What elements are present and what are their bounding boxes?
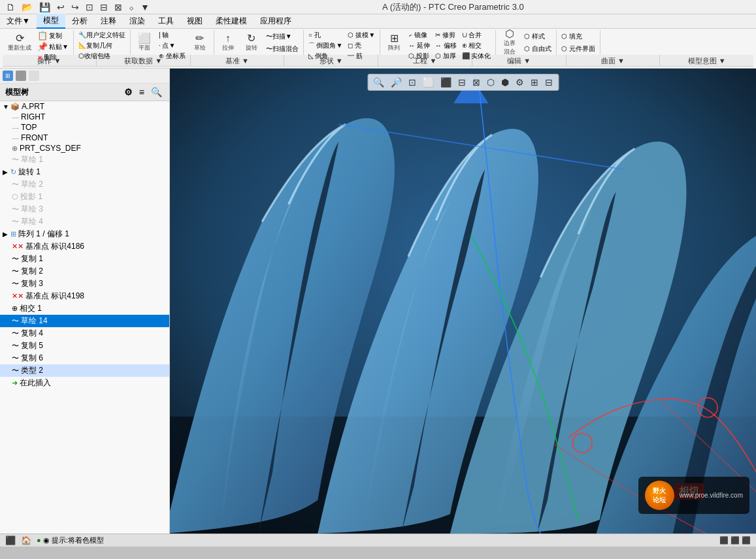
vp-extra1[interactable]: ⊞ <box>528 76 541 89</box>
btn-trim[interactable]: ✂ 修剪 <box>433 30 459 40</box>
btn-solidify[interactable]: ⬛ 实体化 <box>460 51 493 61</box>
btn-shrink[interactable]: ⬡收缩包络 <box>76 51 127 61</box>
vp-zoom-fit[interactable]: ⊡ <box>406 76 419 89</box>
btn-copy-geom[interactable]: 📐复制几何 <box>76 40 127 51</box>
tree-item-sketch4[interactable]: 〜 草绘 4 <box>0 216 169 228</box>
label-model-intent[interactable]: 模型意图 ▼ <box>660 55 753 66</box>
btn-fill[interactable]: ⬡ 填充 <box>559 31 597 42</box>
btn-sketch[interactable]: ✏草绘 <box>189 31 211 54</box>
btn-sweep[interactable]: 〜扫描▼ <box>264 31 301 42</box>
btn-delete[interactable]: ✕删除 <box>35 52 71 63</box>
btn-extrude[interactable]: ↑拉伸 <box>217 31 239 54</box>
btn-freestyle[interactable]: ⬡ 自由式 <box>522 44 553 54</box>
btn-sweep-blend[interactable]: 〜扫描混合 <box>264 44 301 54</box>
btn-offset[interactable]: ↔ 偏移 <box>433 40 459 51</box>
menu-view[interactable]: 视图 <box>180 14 209 28</box>
btn-regenerate[interactable]: ⟳重新生成 <box>5 31 34 54</box>
btn-project-edit[interactable]: ⬡ 投影 <box>406 51 432 61</box>
tree-item-top[interactable]: — TOP <box>0 122 169 133</box>
btn-style[interactable]: ⬡ 样式 <box>522 31 553 42</box>
tree-item-copy2[interactable]: 〜 复制 2 <box>0 265 169 278</box>
btn-hole[interactable]: ○ 孔 <box>306 30 345 40</box>
new-file-btn[interactable]: 🗋 <box>4 2 17 12</box>
btn-round[interactable]: ⌒ 倒圆角▼ <box>306 40 345 51</box>
menu-analysis[interactable]: 分析 <box>65 14 94 28</box>
btn-csys[interactable]: ⊕ 坐标系 <box>157 51 188 61</box>
qa-extra3[interactable]: ⊠ <box>112 2 124 12</box>
tree-item-intersect1[interactable]: ⊕ 相交 1 <box>0 302 169 315</box>
btn-point[interactable]: · 点▼ <box>157 40 188 51</box>
open-file-btn[interactable]: 📂 <box>20 2 35 12</box>
menu-model[interactable]: 模型 <box>37 14 65 29</box>
btn-extend[interactable]: ↔ 延伸 <box>406 40 432 51</box>
btn-rib[interactable]: 〰 筋 <box>346 51 377 61</box>
tree-item-type2[interactable]: 〜 类型 2 <box>0 364 169 377</box>
btn-component-interface[interactable]: ⬡ 元件界面 <box>559 44 597 54</box>
btn-chamfer[interactable]: ◺ 倒角 <box>306 51 345 61</box>
qa-extra2[interactable]: ⊟ <box>98 2 110 12</box>
tree-item-aprt[interactable]: ▼ 📦 A.PRT <box>0 101 169 112</box>
vp-zoom-out[interactable]: 🔎 <box>388 76 404 89</box>
tree-view-btn[interactable]: ⊞ <box>3 71 13 81</box>
btn-shell[interactable]: ◻ 壳 <box>346 40 377 51</box>
menu-annotation[interactable]: 注释 <box>94 14 123 28</box>
viewport[interactable]: 🔍 🔎 ⊡ ⬜ ⬛ ⊟ ⊠ ⬡ ⬢ ⚙ ⊞ ⊟ <box>170 69 756 534</box>
menu-flexible[interactable]: 柔性建模 <box>209 14 254 28</box>
undo-btn[interactable]: ↩ <box>55 2 67 12</box>
tree-item-sketch2[interactable]: 〜 草绘 2 <box>0 178 169 191</box>
btn-plane[interactable]: ⬜平面 <box>133 31 156 54</box>
vp-view2[interactable]: ⬛ <box>438 76 454 89</box>
tree-search-btn[interactable]: 🔍 <box>149 86 164 98</box>
vp-render1[interactable]: ⬡ <box>484 76 497 89</box>
tree-item-copy3[interactable]: 〜 复制 3 <box>0 278 169 290</box>
vp-view1[interactable]: ⬜ <box>420 76 436 89</box>
btn-thicken[interactable]: ⬡ 加厚 <box>433 51 459 61</box>
btn-merge[interactable]: ∪ 合并 <box>460 30 493 40</box>
tree-item-sketch1[interactable]: 〜 草绘 1 <box>0 153 169 166</box>
tree-item-prtcsys[interactable]: ⊕ PRT_CSYS_DEF <box>0 143 169 153</box>
btn-user-feature[interactable]: 🔧用户定义特征 <box>76 30 127 40</box>
btn-boundary-blend[interactable]: ⬡边界混合 <box>499 31 521 54</box>
vp-render2[interactable]: ⬢ <box>499 76 512 89</box>
btn-axis[interactable]: | 轴 <box>157 30 188 40</box>
menu-apps[interactable]: 应用程序 <box>254 14 298 28</box>
tree-item-datum1[interactable]: ✕✕ 基准点 标识4186 <box>0 240 169 253</box>
menu-render[interactable]: 渲染 <box>123 14 152 28</box>
vp-view4[interactable]: ⊠ <box>470 76 483 89</box>
btn-paste[interactable]: 📌粘贴▼ <box>35 41 71 52</box>
qa-dropdown[interactable]: ▼ <box>139 2 152 12</box>
btn-mirror[interactable]: ⌿ 镜像 <box>406 30 432 40</box>
label-surface[interactable]: 曲面 ▼ <box>567 55 661 66</box>
tree-item-right[interactable]: — RIGHT <box>0 112 169 122</box>
qa-extra4[interactable]: ⬦ <box>127 2 136 12</box>
menu-file[interactable]: 文件▼ <box>0 14 37 28</box>
property-view-btn[interactable] <box>29 71 39 81</box>
vp-zoom-in[interactable]: 🔍 <box>370 76 387 89</box>
tree-item-copy6[interactable]: 〜 复制 6 <box>0 352 169 364</box>
label-datum[interactable]: 基准 ▼ <box>191 55 285 66</box>
menu-tools[interactable]: 工具 <box>152 14 180 28</box>
tree-item-insert[interactable]: ➜ 在此插入 <box>0 377 169 389</box>
tree-item-project1[interactable]: ⬡ 投影 1 <box>0 191 169 203</box>
tree-item-copy4[interactable]: 〜 复制 4 <box>0 327 169 340</box>
tree-item-copy5[interactable]: 〜 复制 5 <box>0 340 169 352</box>
redo-btn[interactable]: ↪ <box>69 2 81 12</box>
vp-view3[interactable]: ⊟ <box>455 76 468 89</box>
btn-intersect[interactable]: ⊕ 相交 <box>460 40 493 51</box>
tree-item-revolve1[interactable]: ▶↻ 旋转 1 <box>0 166 169 178</box>
tree-settings-btn[interactable]: ⚙ <box>122 86 135 98</box>
btn-copy[interactable]: 📋复制 <box>35 30 71 41</box>
tree-item-pattern1[interactable]: ▶⊞ 阵列 1 / 偏移 1 <box>0 228 169 240</box>
save-btn[interactable]: 💾 <box>37 2 52 12</box>
tree-item-datum2[interactable]: ✕✕ 基准点 标识4198 <box>0 290 169 302</box>
vp-extra2[interactable]: ⊟ <box>542 76 555 89</box>
tree-columns-btn[interactable]: ≡ <box>137 86 146 98</box>
qa-extra1[interactable]: ⊡ <box>84 2 95 12</box>
layer-view-btn[interactable] <box>16 71 26 81</box>
tree-item-sketch14[interactable]: 〜 草绘 14 <box>0 315 169 327</box>
btn-pattern[interactable]: ⊞阵列 <box>383 31 405 54</box>
btn-draft[interactable]: ⬡ 拔模▼ <box>346 30 377 40</box>
tree-item-copy1[interactable]: 〜 复制 1 <box>0 253 169 265</box>
vp-settings[interactable]: ⚙ <box>513 76 527 89</box>
tree-item-sketch3[interactable]: 〜 草绘 3 <box>0 203 169 216</box>
